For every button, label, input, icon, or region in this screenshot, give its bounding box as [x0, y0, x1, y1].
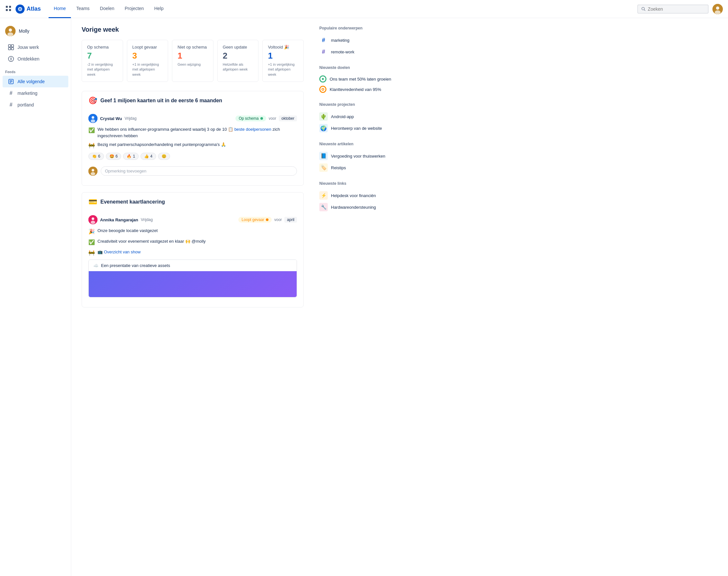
svg-point-10: [715, 10, 721, 14]
svg-point-9: [716, 6, 719, 10]
search-icon: [641, 6, 646, 12]
nav-doelen[interactable]: Doelen: [95, 0, 119, 18]
link-2-icon: 🔧: [319, 203, 328, 211]
search-box[interactable]: [637, 4, 708, 13]
update-line-2c: 🚧 📺 Overzicht van show: [88, 249, 297, 257]
article-1-icon: 📘: [319, 152, 328, 160]
project-android-label: Android-app: [331, 114, 354, 119]
popular-remotework-label: remote-work: [331, 50, 354, 54]
logo[interactable]: Atlas: [16, 4, 41, 13]
update-text-1b: Bezig met partnerschapsonderhandeling me…: [98, 141, 226, 148]
svg-point-5: [20, 8, 21, 10]
voor-value-1: oktober: [279, 116, 297, 121]
status-label-2: Loopt gevaar: [242, 218, 264, 222]
stat-number: 7: [87, 51, 117, 61]
stat-sub: -2 in vergelijking met afgelopen week: [87, 62, 117, 77]
feed-title-1[interactable]: Geef 1 miljoen kaarten uit in de eerste …: [100, 98, 222, 104]
comment-avatar-1: [88, 167, 98, 176]
reaction-smile[interactable]: 😊: [158, 153, 170, 160]
stat-voltooid: Voltooid 🎉 1 +1 in vergelijking met afge…: [262, 40, 304, 82]
preview-card[interactable]: ☁️ Een presentatie van creatieve assets: [88, 260, 297, 297]
goal-1[interactable]: Ons team met 50% laten groeien: [319, 74, 393, 84]
stat-label: Niet op schema: [178, 45, 208, 50]
reaction-clap[interactable]: 👏6: [88, 153, 104, 160]
svg-point-32: [91, 221, 95, 224]
hash-icon-marketing: #: [8, 90, 14, 96]
article-1[interactable]: 📘 Vergoeding voor thuiswerken: [319, 150, 393, 162]
status-dot-2: [266, 219, 268, 221]
feed-icon-1: 🎯: [88, 96, 97, 105]
popular-remote-work[interactable]: # remote-work: [319, 46, 393, 58]
sidebar-item-ontdekken[interactable]: Ontdekken: [3, 53, 68, 65]
articles-title: Nieuwste artikelen: [319, 142, 393, 146]
update-text-1a: We hebben ons influencer-programma gelan…: [98, 126, 297, 139]
beste-doelpersonen-link[interactable]: beste doelpersonen: [235, 127, 271, 132]
link-2[interactable]: 🔧 Hardwareondersteuning: [319, 201, 393, 213]
feeds-title: Feeds: [0, 65, 71, 76]
update-author-1: Crystal Wu: [100, 116, 122, 121]
nav-home[interactable]: Home: [49, 0, 71, 18]
feed-header: 🎯 Geef 1 miljoen kaarten uit in de eerst…: [88, 96, 297, 105]
sidebar-user[interactable]: Molly: [0, 23, 71, 41]
update-line-1b: 🚧 Bezig met partnerschapsonderhandeling …: [88, 141, 297, 149]
update-meta-1: Crystal Wu Vrijdag Op schema voor oktobe…: [88, 114, 297, 123]
user-avatar-nav[interactable]: [712, 4, 723, 14]
reaction-thumbsup[interactable]: 👍4: [140, 153, 156, 160]
nav-teams[interactable]: Teams: [71, 0, 95, 18]
sidebar-feed-label: Alle volgende: [18, 79, 45, 84]
status-dot-1: [260, 117, 263, 120]
project-android[interactable]: 🌵 Android-app: [319, 111, 393, 122]
stat-sub: Geen wijziging: [178, 62, 208, 67]
grid-icon[interactable]: [5, 5, 12, 12]
update-line-1a: ✅ We hebben ons influencer-programma gel…: [88, 126, 297, 139]
svg-point-12: [9, 28, 12, 32]
article-2[interactable]: 🏷️ Reistips: [319, 162, 393, 173]
link-2-label: Hardwareondersteuning: [331, 205, 376, 210]
check-icon-2: ✅: [88, 238, 95, 246]
search-input[interactable]: [648, 6, 705, 12]
stat-label: Op schema: [87, 45, 117, 50]
link-1-icon: ⚡: [319, 191, 328, 200]
stat-sub: Hetzelfde als afgelopen week: [223, 62, 253, 72]
sidebar-item-jouw-werk[interactable]: Jouw werk: [3, 41, 68, 53]
nav-help[interactable]: Help: [149, 0, 169, 18]
links-title: Nieuwste links: [319, 181, 393, 186]
hash-icon-remotework-right: #: [319, 48, 328, 56]
popular-marketing[interactable]: # marketing: [319, 34, 393, 46]
stat-number: 2: [223, 51, 253, 61]
link-1[interactable]: ⚡ Helpdesk voor financiën: [319, 190, 393, 201]
status-label-1: Op schema: [239, 116, 259, 121]
reaction-star-eyes[interactable]: 🤩6: [106, 153, 122, 160]
stat-number: 3: [132, 51, 163, 61]
svg-point-13: [7, 32, 13, 36]
stat-label: Voltooid 🎉: [268, 45, 298, 50]
voor-label-2: voor: [274, 218, 282, 222]
feed-header-2: 💳 Evenement kaartlancering: [88, 198, 297, 206]
update-meta-2: Annika Rangarajan Vrijdag Loopt gevaar v…: [88, 215, 297, 224]
project-web[interactable]: 🌍 Herontwerp van de website: [319, 122, 393, 134]
svg-point-29: [91, 172, 95, 175]
overzicht-van-show-link[interactable]: Overzicht van show: [104, 250, 140, 254]
feed-update-1: Crystal Wu Vrijdag Op schema voor oktobe…: [88, 109, 297, 180]
nav-projecten[interactable]: Projecten: [119, 0, 149, 18]
svg-rect-16: [8, 48, 11, 50]
update-text-2c: 📺 Overzicht van show: [98, 249, 140, 255]
feed-title-2[interactable]: Evenement kaartlancering: [100, 199, 165, 205]
sidebar-user-avatar: [5, 26, 16, 36]
sidebar-item-marketing[interactable]: # marketing: [3, 87, 68, 99]
sidebar-item-alle-volgende[interactable]: Alle volgende: [3, 76, 68, 87]
goal-2-label: Klanttevredenheid van 95%: [330, 87, 381, 92]
sidebar-item-portland[interactable]: # portland: [3, 99, 68, 111]
goal-2[interactable]: Klanttevredenheid van 95%: [319, 84, 393, 94]
comment-placeholder-1[interactable]: Opmerking toevoegen: [101, 166, 297, 176]
reaction-fire[interactable]: 🔥1: [123, 153, 139, 160]
annika-avatar: [88, 215, 98, 224]
svg-rect-0: [6, 6, 8, 8]
top-nav: Atlas Home Teams Doelen Projecten Help: [0, 0, 728, 18]
goals-title: Nieuwste doelen: [319, 65, 393, 70]
stat-geen-update: Geen update 2 Hetzelfde als afgelopen we…: [217, 40, 259, 82]
sidebar-user-name: Molly: [19, 28, 29, 34]
status-badge-2: Loopt gevaar: [238, 217, 272, 223]
stat-number: 1: [268, 51, 298, 61]
grid-work-icon: [8, 44, 14, 51]
